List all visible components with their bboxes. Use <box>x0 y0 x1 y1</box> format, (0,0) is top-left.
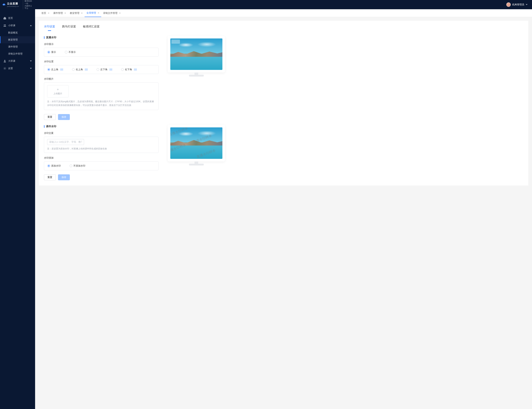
plus-icon: + <box>57 88 59 91</box>
section-title-live: 直播水印 <box>44 36 159 39</box>
nav-sub-data-overview[interactable]: 数据概览 <box>0 29 35 36</box>
close-icon[interactable]: ✕ <box>81 12 83 14</box>
svg-point-4 <box>4 68 5 69</box>
save-button[interactable]: 保存 <box>58 114 70 120</box>
watermark-badge-preview <box>171 40 180 44</box>
nav-sub-recording-mgmt[interactable]: 录制文件管理 <box>0 50 35 57</box>
field-add-label: 水印添加 <box>44 156 159 159</box>
field-position-label: 水印位置 <box>44 60 159 63</box>
field-text-label: 水印文案 <box>44 131 159 135</box>
radio-display-hide[interactable]: 不显示 <box>65 50 76 54</box>
reset-button[interactable]: 重置 <box>44 114 56 120</box>
swatch-icon <box>60 68 63 71</box>
nav-small-class-label: 小班课 <box>8 24 15 27</box>
nav-settings-label: 设置 <box>8 67 13 70</box>
chevron-up-icon <box>30 25 32 26</box>
tab-global[interactable]: 全局管理✕ <box>85 9 101 17</box>
tab-recording[interactable]: 录制文件管理✕ <box>101 9 123 17</box>
swatch-icon <box>85 68 88 71</box>
group-icon <box>3 60 6 63</box>
nav-sub-classroom-mgmt[interactable]: 教室管理 <box>0 36 35 43</box>
close-icon[interactable]: ✕ <box>119 12 121 14</box>
avatar <box>506 2 511 7</box>
text-note: 注：若设置为添加水印，对直播上传的课件和生成的回放生效 <box>47 147 155 150</box>
radio-display-show[interactable]: 显示 <box>47 50 56 54</box>
svg-point-2 <box>5 25 6 26</box>
close-icon[interactable]: ✕ <box>98 12 99 14</box>
save-button-2[interactable]: 保存 <box>58 174 70 180</box>
main: 首页✕ 课件管理✕ 教室管理✕ 全局管理✕ 录制文件管理✕ 水印设置 跑马灯设置… <box>35 9 532 186</box>
nav-settings[interactable]: 设置 <box>0 65 35 72</box>
nav-large-class[interactable]: 大班课 <box>0 57 35 65</box>
sub-tabs: 水印设置 跑马灯设置 敏感词汇设置 <box>44 21 523 31</box>
chevron-down-icon <box>30 60 32 62</box>
svg-point-1 <box>4 25 5 26</box>
user-menu[interactable]: 机构管理员 <box>506 2 528 7</box>
home-icon <box>3 17 6 20</box>
tabs-bar: 首页✕ 课件管理✕ 教室管理✕ 全局管理✕ 录制文件管理✕ <box>35 9 532 17</box>
top-header: 机构管理员 <box>0 0 532 9</box>
chevron-down-icon <box>30 68 32 69</box>
radio-pos-tl[interactable]: 左上角 <box>47 68 63 71</box>
sidebar-nav: 首页 小班课 数据概览 教室管理 课件管理 录制文件管理 大班课 设置 <box>0 9 35 72</box>
logo: 云朵直播 yunduoketang.com 教育机构一站 式服务云平台 <box>0 0 35 9</box>
sub-tab-marquee[interactable]: 跑马灯设置 <box>62 25 76 31</box>
tab-courseware[interactable]: 课件管理✕ <box>51 9 68 17</box>
reset-button-2[interactable]: 重置 <box>44 174 56 180</box>
close-icon[interactable]: ✕ <box>64 12 66 14</box>
swatch-icon <box>134 68 137 71</box>
nav-home[interactable]: 首页 <box>0 14 35 22</box>
sub-tab-sensitive[interactable]: 敏感词汇设置 <box>83 25 99 31</box>
logo-tagline-2: 式服务云平台 <box>25 5 33 9</box>
text-input-wrap: 注：若设置为添加水印，对直播上传的课件和生成的回放生效 <box>44 137 159 153</box>
nav-sub-courseware-mgmt[interactable]: 课件管理 <box>0 43 35 50</box>
radio-pos-bl[interactable]: 左下角 <box>97 68 112 71</box>
radio-group-display: 显示 不显示 <box>44 48 159 56</box>
radio-pos-tr[interactable]: 右上角 <box>72 68 88 71</box>
section-title-course: 课件水印 <box>44 125 159 128</box>
field-image-label: 水印图片 <box>44 77 159 81</box>
radio-group-position: 左上角 右上角 左下角 右下角 <box>44 65 159 74</box>
preview-monitor-live <box>168 36 225 73</box>
close-icon[interactable]: ✕ <box>48 12 50 14</box>
gear-icon <box>3 67 6 70</box>
swatch-icon <box>109 68 112 71</box>
tab-home[interactable]: 首页✕ <box>40 9 51 17</box>
sub-tab-watermark[interactable]: 水印设置 <box>44 25 55 31</box>
nav-home-label: 首页 <box>8 17 13 20</box>
sidebar: 云朵直播 yunduoketang.com 教育机构一站 式服务云平台 首页 小… <box>0 0 35 189</box>
radio-group-add: 添加水印 不添加水印 <box>44 161 159 170</box>
logo-brand: 云朵直播 <box>7 2 21 5</box>
user-label: 机构管理员 <box>512 3 524 6</box>
watermark-text-input[interactable] <box>47 139 84 145</box>
users-icon <box>3 24 6 27</box>
logo-domain: yunduoketang.com <box>7 6 19 7</box>
nav-small-class[interactable]: 小班课 <box>0 22 35 29</box>
field-display-label: 水印显示 <box>44 43 159 46</box>
svg-point-3 <box>4 60 5 61</box>
radio-add-yes[interactable]: 添加水印 <box>47 164 61 167</box>
tab-classroom[interactable]: 教室管理✕ <box>68 9 85 17</box>
content-card: 水印设置 跑马灯设置 敏感词汇设置 直播水印 水印显示 显示 不显示 水印位置 … <box>39 21 528 186</box>
cloud-logo-icon <box>3 3 6 7</box>
section-courseware-watermark: 课件水印 水印文案 注：若设置为添加水印，对直播上传的课件和生成的回放生效 水印… <box>44 125 523 180</box>
upload-note: 注：水印只支持png格式图片，且必须为透明底。建议最佳图片尺寸：174*80，大… <box>47 100 155 107</box>
section-live-watermark: 直播水印 水印显示 显示 不显示 水印位置 左上角 右上角 左下角 右下角 水印… <box>44 36 523 120</box>
upload-area: + 上传图片 注：水印只支持png格式图片，且必须为透明底。建议最佳图片尺寸：1… <box>44 83 159 110</box>
nav-large-class-label: 大班课 <box>8 59 15 63</box>
radio-pos-br[interactable]: 右下角 <box>121 68 137 71</box>
radio-add-no[interactable]: 不添加水印 <box>70 164 85 167</box>
logo-tagline-1: 教育机构一站 <box>25 0 33 5</box>
upload-button[interactable]: + 上传图片 <box>47 85 69 97</box>
preview-monitor-course: 直播水印样本 直播水印样本 直播水印样本 直播水印样本 <box>168 125 225 161</box>
chevron-down-icon <box>526 4 528 5</box>
